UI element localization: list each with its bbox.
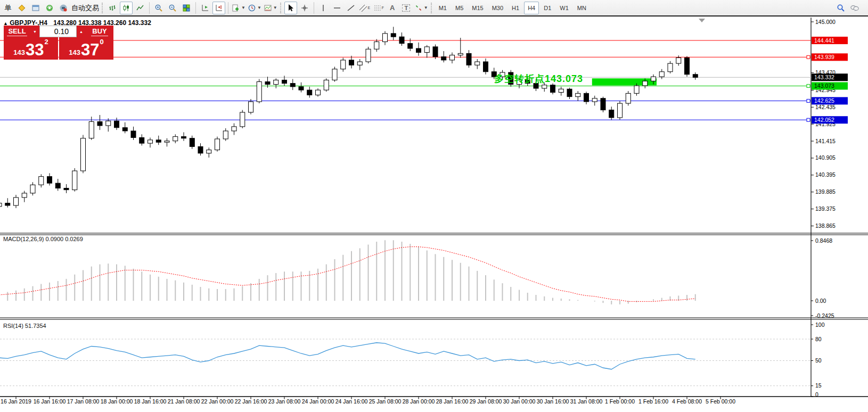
autotrading-icon[interactable] xyxy=(57,2,70,14)
buy-button[interactable]: BUY xyxy=(86,26,113,37)
crosshair-tool-icon[interactable] xyxy=(298,2,311,14)
turning-point-annotation: 多空转折点143.073 xyxy=(494,72,583,85)
toolbar-separator xyxy=(195,2,196,14)
toolbar-grip xyxy=(431,3,433,13)
time-axis[interactable] xyxy=(0,397,811,412)
toolbar-grip xyxy=(280,3,282,13)
one-click-trading-panel: SELL ▼ ▲ BUY 143 33 2 143 37 0 xyxy=(4,26,113,60)
indicators-icon[interactable]: ▼ xyxy=(231,2,246,14)
candlestick-chart-icon[interactable] xyxy=(120,2,133,14)
vertical-line-tool-icon[interactable] xyxy=(317,2,330,14)
periods-icon[interactable]: ▼ xyxy=(247,2,262,14)
text-tool-icon[interactable]: A xyxy=(386,2,399,14)
buy-price-display[interactable]: 143 37 0 xyxy=(59,37,113,60)
sell-price-display[interactable]: 143 33 2 xyxy=(4,37,58,60)
trendline-tool-icon[interactable] xyxy=(345,2,357,14)
volume-input[interactable] xyxy=(39,26,77,37)
tab-timeframe-m1[interactable]: M1 xyxy=(435,2,451,14)
toolbar-separator xyxy=(149,2,150,14)
tab-timeframe-m15[interactable]: M15 xyxy=(468,2,487,14)
new-order-tag-icon[interactable] xyxy=(15,2,28,14)
templates-icon[interactable]: ▼ xyxy=(263,2,278,14)
tab-timeframe-w1[interactable]: W1 xyxy=(556,2,572,14)
chart-area[interactable]: 16 Jan 201916 Jan 16:0017 Jan 08:0018 Ja… xyxy=(0,0,868,412)
volume-decrease-button[interactable]: ▼ xyxy=(30,26,39,37)
timeframe-group: M1M5M15M30H1H4D1W1MN xyxy=(435,2,591,14)
cursor-tool-icon[interactable] xyxy=(284,2,297,14)
tab-timeframe-m30[interactable]: M30 xyxy=(488,2,507,14)
signals-icon[interactable] xyxy=(43,2,56,14)
text-label-tool-icon[interactable]: T xyxy=(400,2,413,14)
horizontal-line-tool-icon[interactable] xyxy=(331,2,343,14)
toolbar-separator xyxy=(314,2,314,14)
line-chart-icon[interactable] xyxy=(134,2,146,14)
tab-timeframe-h4[interactable]: H4 xyxy=(524,2,539,14)
tab-timeframe-mn[interactable]: MN xyxy=(574,2,590,14)
autotrading-button[interactable]: 自动交易 xyxy=(71,2,100,14)
toolbar-grip xyxy=(102,3,104,13)
tab-timeframe-d1[interactable]: D1 xyxy=(540,2,555,14)
search-icon[interactable] xyxy=(834,2,847,14)
price-axis[interactable] xyxy=(812,18,868,397)
zoom-out-icon[interactable] xyxy=(166,2,179,14)
bar-chart-icon[interactable] xyxy=(106,2,119,14)
fibonacci-tool-icon[interactable]: F xyxy=(372,2,385,14)
chart-canvas[interactable]: 16 Jan 201916 Jan 16:0017 Jan 08:0018 Ja… xyxy=(0,0,868,412)
auto-scroll-icon[interactable] xyxy=(199,2,211,14)
community-chat-icon[interactable] xyxy=(848,2,861,14)
toolbar-separator xyxy=(228,2,228,14)
zoom-in-icon[interactable] xyxy=(152,2,165,14)
main-toolbar: 单 自动交易 ▼ ▼ ▼ xyxy=(0,0,868,17)
rsi-indicator-label: RSI(14) 51.7354 xyxy=(3,323,46,329)
arrows-tool-icon[interactable]: ▼ xyxy=(414,2,429,14)
chart-shift-icon[interactable] xyxy=(212,2,225,14)
profiles-icon[interactable] xyxy=(29,2,42,14)
macd-indicator-label: MACD(12,26,9) 0.0900 0.0269 xyxy=(3,236,83,242)
tab-timeframe-m5[interactable]: M5 xyxy=(452,2,467,14)
tab-timeframe-h1[interactable]: H1 xyxy=(508,2,523,14)
volume-increase-button[interactable]: ▲ xyxy=(77,26,86,37)
equidistant-channel-tool-icon[interactable]: E xyxy=(358,2,371,14)
sell-button[interactable]: SELL xyxy=(4,26,30,37)
new-order-button[interactable]: 单 xyxy=(2,2,14,14)
tile-windows-icon[interactable] xyxy=(180,2,193,14)
